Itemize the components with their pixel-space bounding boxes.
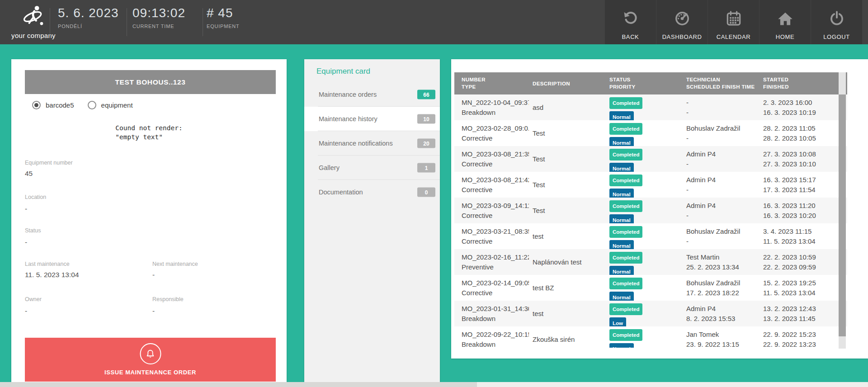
equipment-number-label: EQUIPMENT xyxy=(207,24,240,29)
divider xyxy=(127,8,127,36)
table-row[interactable]: MO_2023-02-16_11:22:... Preventive Naplá… xyxy=(454,249,847,275)
radio-equipment-control[interactable] xyxy=(88,101,96,109)
issue-maintenance-order-button[interactable]: ISSUE MAINTENANCE ORDER xyxy=(25,338,276,382)
cell-status-priority: Completed Low xyxy=(606,301,683,326)
menu-item-count-badge: 10 xyxy=(417,114,435,124)
order-started: 28. 2. 2023 11:05 xyxy=(763,123,844,133)
order-description: test BZ xyxy=(533,283,554,293)
radio-barcode5-control[interactable] xyxy=(32,101,41,109)
cell-description: Test xyxy=(529,120,606,146)
page-horizontal-scrollbar[interactable] xyxy=(0,382,868,387)
last-maintenance-label: Last maintenance xyxy=(25,261,70,267)
home-button[interactable]: HOME xyxy=(760,0,811,44)
page-horizontal-scrollbar-thumb[interactable] xyxy=(0,382,477,387)
order-finished: 16. 3. 2023 10:20 xyxy=(763,211,844,221)
table-row[interactable]: MO_2023-03-08_21:42... Corrective Test C… xyxy=(454,172,847,198)
cell-status-priority: Completed Normal xyxy=(606,198,683,223)
order-description: Zkouška sirén xyxy=(533,335,575,345)
cell-status-priority: Completed Normal xyxy=(606,146,683,172)
menu-item-count-badge: 20 xyxy=(417,139,435,148)
table-row[interactable]: MO_2023-01-31_14:30:19 Breakdown test Co… xyxy=(454,301,847,326)
cell-number-type: MO_2023-03-09_14:11:... Corrective xyxy=(454,198,529,223)
table-row[interactable]: MO_2023-02-14_09:05... Corrective test B… xyxy=(454,275,847,301)
radio-equipment-label: equipment xyxy=(101,101,133,109)
status-badge: Completed xyxy=(609,226,642,238)
radio-equipment[interactable]: equipment xyxy=(88,101,133,109)
order-scheduled-finish: - xyxy=(686,133,757,143)
order-finished: 28. 2. 2023 10:05 xyxy=(763,133,844,143)
menu-item-count-badge: 0 xyxy=(417,188,435,197)
table-row[interactable]: MN_2022-10-04_09:37... Breakdown asd Com… xyxy=(454,94,847,120)
equipment-card-menu-item[interactable]: Maintenance history 10 xyxy=(304,107,440,131)
priority-badge: Normal xyxy=(609,292,634,301)
order-number: MO_2023-03-08_21:35... xyxy=(462,149,526,159)
cell-started-finished: 22. 2. 2023 10:59 22. 2. 2023 09:59 xyxy=(760,249,847,275)
order-description: Test xyxy=(533,206,545,216)
equipment-card-menu-item[interactable]: Gallery 1 xyxy=(304,156,440,180)
equipment-number-field-value: 45 xyxy=(25,170,33,178)
cell-number-type: MN_2022-10-04_09:37... Breakdown xyxy=(454,94,529,120)
next-maintenance-label: Next maintenance xyxy=(152,261,198,267)
order-technician: Admin P4 xyxy=(686,201,757,211)
order-number: MO_2023-02-14_09:05... xyxy=(462,278,526,288)
order-scheduled-finish: - xyxy=(686,211,757,221)
logout-label: LOGOUT xyxy=(823,33,850,40)
dashboard-button[interactable]: DASHBOARD xyxy=(656,0,708,44)
table-row[interactable]: MO_2023-02-28_09:0... Corrective Test Co… xyxy=(454,120,847,146)
table-row[interactable]: MO_2022-09-22_10:15:... Breakdown Zkoušk… xyxy=(454,326,847,348)
table-vertical-scrollbar-thumb[interactable] xyxy=(839,94,846,336)
priority-badge: Normal xyxy=(609,214,634,223)
cell-technician-scheduled: Jan Tomek 23. 9. 2022 13:15 xyxy=(683,326,760,348)
cell-number-type: MO_2023-02-28_09:0... Corrective xyxy=(454,120,529,146)
status-badge: Completed xyxy=(609,123,642,135)
last-maintenance-value: 11. 5. 2023 13:04 xyxy=(25,271,79,279)
cell-status-priority: Completed Normal xyxy=(606,94,683,120)
cell-description: Test xyxy=(529,146,606,172)
cell-technician-scheduled: Bohuslav Zadražil 17. 2. 2023 18:22 xyxy=(683,275,760,301)
status-badge: Completed xyxy=(609,303,642,315)
equipment-card-menu-item[interactable]: Documentation 0 xyxy=(304,180,440,204)
order-number: MO_2022-09-22_10:15:... xyxy=(462,330,526,340)
order-finished: 16. 3. 2023 10:19 xyxy=(763,108,844,118)
logout-button[interactable]: LOGOUT xyxy=(811,0,862,44)
order-type: Corrective xyxy=(462,211,526,221)
column-description: DESCRIPTION xyxy=(529,72,606,94)
dashboard-label: DASHBOARD xyxy=(662,33,702,40)
order-type: Breakdown xyxy=(462,108,526,118)
table-vertical-scrollbar[interactable] xyxy=(839,72,846,349)
equipment-detail-panel: TEST BOHOUS..123 barcode5 equipment Coun… xyxy=(11,59,287,383)
column-number-type: NUMBERTYPE xyxy=(454,72,529,94)
order-technician: Bohuslav Zadražil xyxy=(686,123,757,133)
order-number: MO_2023-03-09_14:11:... xyxy=(462,201,526,211)
cell-number-type: MO_2023-02-16_11:22:... Preventive xyxy=(454,249,529,275)
order-started: 16. 3. 2023 11:20 xyxy=(763,201,844,211)
order-number: MO_2023-03-21_08:35... xyxy=(462,227,526,236)
equipment-number-field-label: Equipment number xyxy=(25,160,73,166)
table-row[interactable]: MO_2023-03-08_21:35... Corrective Test C… xyxy=(454,146,847,172)
cell-technician-scheduled: Admin P4 - xyxy=(683,198,760,223)
order-scheduled-finish: 25. 2. 2023 13:34 xyxy=(686,262,757,272)
back-button[interactable]: BACK xyxy=(605,0,656,44)
order-technician: Test Martin xyxy=(686,252,757,262)
status-field-value: - xyxy=(25,238,27,246)
order-technician: Bohuslav Zadražil xyxy=(686,227,757,236)
table-row[interactable]: MO_2023-03-09_14:11:... Corrective Test … xyxy=(454,198,847,223)
priority-badge: Normal xyxy=(609,163,634,172)
order-finished: 22. 2. 2023 09:59 xyxy=(763,262,844,272)
calendar-button[interactable]: CALENDAR xyxy=(708,0,759,44)
equipment-card-menu-item[interactable]: Maintenance orders 66 xyxy=(304,82,440,107)
order-scheduled-finish: - xyxy=(686,185,757,195)
cell-status-priority: Completed Normal xyxy=(606,249,683,275)
equipment-card-menu-item[interactable]: Maintenance notifications 20 xyxy=(304,131,440,156)
company-logo: your company xyxy=(6,2,61,43)
radio-barcode5[interactable]: barcode5 xyxy=(32,101,74,109)
cell-started-finished: 2. 3. 2023 16:00 16. 3. 2023 10:19 xyxy=(760,94,847,120)
cell-technician-scheduled: - - xyxy=(683,94,760,120)
order-finished: 11. 5. 2023 13:04 xyxy=(763,236,844,246)
order-technician: - xyxy=(686,98,757,108)
order-description: Naplánován test xyxy=(533,257,581,267)
table-row[interactable]: MO_2023-03-21_08:35... Corrective test C… xyxy=(454,223,847,249)
status-badge: Completed xyxy=(609,200,642,212)
order-finished: 27. 3. 2023 10:10 xyxy=(763,159,844,169)
cell-status-priority: Completed Normal xyxy=(606,223,683,249)
